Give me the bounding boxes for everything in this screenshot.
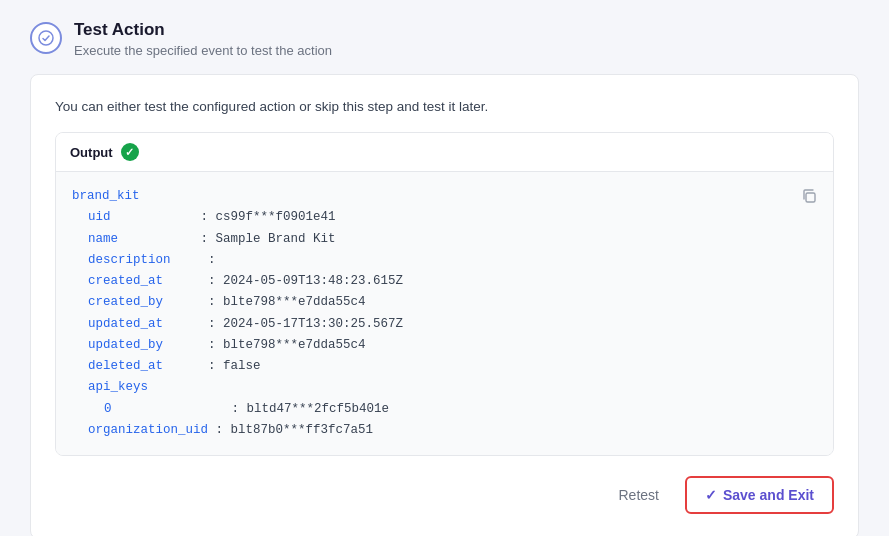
svg-point-0 xyxy=(39,31,53,45)
header-section: Test Action Execute the specified event … xyxy=(30,20,859,58)
copy-button[interactable] xyxy=(797,184,821,211)
card-description: You can either test the configured actio… xyxy=(55,99,834,114)
page-title: Test Action xyxy=(74,20,332,40)
output-section: Output ✓ brand_kit uid xyxy=(55,132,834,456)
output-row-0: 0 : bltd47***2fcf5b401e xyxy=(72,399,817,420)
page-wrapper: Test Action Execute the specified event … xyxy=(0,0,889,536)
output-row-org_uid: organization_uid : blt87b0***ff3fc7a51 xyxy=(72,420,817,441)
output-row-created_by: created_by : blte798***e7dda55c4 xyxy=(72,292,817,313)
save-exit-button[interactable]: ✓ Save and Exit xyxy=(685,476,834,514)
save-exit-check-icon: ✓ xyxy=(705,487,717,503)
step-icon xyxy=(30,22,62,54)
output-row-updated_by: updated_by : blte798***e7dda55c4 xyxy=(72,335,817,356)
header-text: Test Action Execute the specified event … xyxy=(74,20,332,58)
svg-rect-1 xyxy=(806,193,815,202)
output-row-updated_at: updated_at : 2024-05-17T13:30:25.567Z xyxy=(72,314,817,335)
output-row-brand_kit: brand_kit xyxy=(72,186,817,207)
output-row-api_keys: api_keys xyxy=(72,377,817,398)
output-body: brand_kit uid : cs99f***f0901e41 name : … xyxy=(56,172,833,455)
page-subtitle: Execute the specified event to test the … xyxy=(74,43,332,58)
retest-button[interactable]: Retest xyxy=(604,479,672,511)
output-row-description: description : xyxy=(72,250,817,271)
success-check-icon: ✓ xyxy=(121,143,139,161)
output-row-uid: uid : cs99f***f0901e41 xyxy=(72,207,817,228)
output-row-created_at: created_at : 2024-05-09T13:48:23.615Z xyxy=(72,271,817,292)
output-label: Output xyxy=(70,145,113,160)
main-card: You can either test the configured actio… xyxy=(30,74,859,536)
output-row-name: name : Sample Brand Kit xyxy=(72,229,817,250)
save-exit-label: Save and Exit xyxy=(723,487,814,503)
footer-actions: Retest ✓ Save and Exit xyxy=(55,476,834,514)
output-pre: brand_kit uid : cs99f***f0901e41 name : … xyxy=(72,186,817,441)
output-row-deleted_at: deleted_at : false xyxy=(72,356,817,377)
output-header: Output ✓ xyxy=(56,133,833,172)
